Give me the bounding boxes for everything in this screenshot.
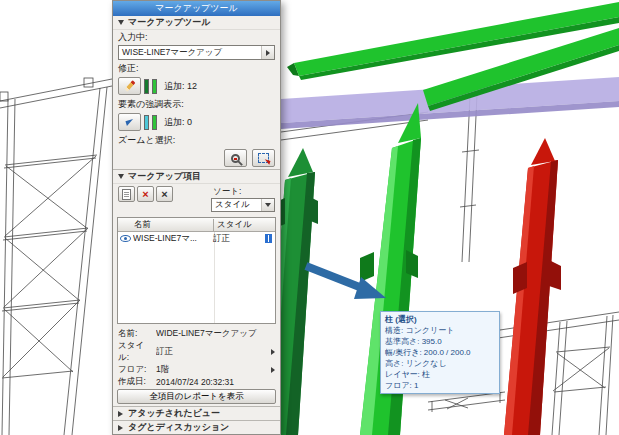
column-header-style[interactable]: スタイル [213, 219, 275, 231]
tooltip-line-base-height: 基準高さ: 395.0 [385, 336, 495, 347]
select-items-button[interactable] [252, 149, 275, 167]
collapse-icon [118, 20, 124, 25]
new-page-icon [122, 189, 131, 200]
delete-x-icon: × [142, 189, 148, 200]
list-item-style: 訂正 [213, 233, 273, 245]
tooltip-title: 柱 (選択) [385, 314, 495, 325]
cursor-icon [125, 118, 134, 125]
detail-created-value: 2014/07/24 20:32:31 [156, 377, 275, 387]
green-beam-top[interactable] [287, 2, 619, 80]
correction-dark-color-swatch[interactable] [144, 79, 149, 94]
markup-items-listbox: 名前 スタイル WISE-LINE7マ... 訂正 [117, 217, 276, 324]
tooltip-line-floor: フロア: 1 [385, 380, 495, 391]
highlight-label: 要素の強調表示: [113, 97, 280, 111]
chevron-right-icon [266, 50, 270, 56]
tooltip-line-layer: レイヤー: 柱 [385, 369, 495, 380]
detail-style-label: スタイル: [118, 340, 154, 364]
pen-icon [124, 80, 135, 92]
list-item-style-value: 訂正 [213, 233, 230, 245]
detail-floor-value[interactable]: 1階 [156, 364, 269, 376]
highlight-row: 追加: 0 [113, 111, 280, 133]
highlight-pick-button[interactable] [118, 113, 141, 131]
sort-dropdown-button[interactable] [261, 199, 274, 211]
tooltip-line-width-depth: 幅/奥行き: 200.0 / 200.0 [385, 347, 495, 358]
tooltip-line-structure: 構造: コンクリート [385, 325, 495, 336]
new-markup-item-button[interactable] [118, 186, 135, 202]
expand-icon [118, 411, 123, 417]
detail-row-floor: フロア: 1階 [118, 364, 275, 376]
palette-title: マークアップツール [155, 3, 237, 13]
highlight-count: 追加: 0 [164, 116, 192, 129]
section-markup-items[interactable]: マークアップ項目 [113, 169, 280, 184]
zoom-select-row [113, 147, 280, 169]
correction-color-swatch[interactable] [152, 79, 157, 94]
items-toolbar-buttons: × × [118, 186, 173, 215]
section-markup-tool[interactable]: マークアップツール [113, 16, 280, 30]
section-tags-discussion-label: タグとディスカッション [128, 421, 229, 434]
clear-markup-items-button[interactable]: × [156, 186, 173, 202]
active-markup-value: WISE-LINE7マークアップ [122, 47, 222, 59]
magnifier-icon [231, 154, 240, 163]
detail-name-value[interactable]: WIDE-LINE7マークアップ [156, 328, 275, 340]
chevron-down-icon [265, 203, 271, 207]
items-toolbar: × × ソート: スタイル [113, 184, 280, 216]
markup-tool-palette: マークアップツール マークアップツール 入力中: WISE-LINE7マークアッ… [112, 0, 281, 435]
item-details: 名前: WIDE-LINE7マークアップ スタイル: 訂正 フロア: 1階 作成… [113, 326, 280, 388]
marquee-select-icon [258, 153, 269, 163]
expand-icon [118, 425, 123, 431]
list-header: 名前 スタイル [118, 218, 275, 232]
detail-row-created: 作成日: 2014/07/24 20:32:31 [118, 376, 275, 388]
app-window: 柱 (選択) 構造: コンクリート 基準高さ: 395.0 幅/奥行き: 200… [0, 0, 619, 435]
style-flyout-icon[interactable] [271, 349, 275, 355]
tooltip-line-height: 高さ: リンクなし [385, 358, 495, 369]
section-attached-views-label: アタッチされたビュー [128, 407, 220, 420]
highlight-cyan-swatch[interactable] [144, 115, 149, 130]
sort-combo[interactable]: スタイル [211, 198, 275, 212]
combo-flyout-button[interactable] [261, 46, 274, 59]
active-markup-combo-row: WISE-LINE7マークアップ [113, 44, 280, 61]
detail-created-label: 作成日: [118, 376, 154, 388]
detail-row-style: スタイル: 訂正 [118, 340, 275, 364]
report-button-row: 全項目のレポートを表示 [113, 388, 280, 406]
floor-flyout-icon[interactable] [271, 367, 275, 373]
markup-items-list[interactable]: WISE-LINE7マ... 訂正 [118, 232, 275, 323]
element-info-tooltip: 柱 (選択) 構造: コンクリート 基準高さ: 395.0 幅/奥行き: 200… [380, 311, 500, 394]
red-column[interactable] [504, 138, 561, 435]
sort-control: ソート: スタイル [211, 186, 275, 215]
palette-titlebar[interactable]: マークアップツール [113, 1, 280, 16]
detail-row-name: 名前: WIDE-LINE7マークアップ [118, 328, 275, 340]
detail-style-value[interactable]: 訂正 [156, 346, 269, 358]
detail-floor-label: フロア: [118, 364, 154, 376]
section-tags-discussion[interactable]: タグとディスカッション [113, 420, 280, 434]
sort-label: ソート: [211, 186, 275, 198]
list-item[interactable]: WISE-LINE7マ... 訂正 [118, 232, 275, 245]
markup-status-icon [265, 234, 272, 243]
section-markup-tool-label: マークアップツール [128, 16, 210, 29]
sort-value: スタイル [215, 199, 250, 211]
collapse-icon [118, 174, 124, 179]
section-attached-views[interactable]: アタッチされたビュー [113, 406, 280, 420]
correction-label: 修正: [113, 61, 280, 75]
visibility-eye-icon[interactable] [120, 235, 131, 242]
highlight-green-swatch[interactable] [152, 115, 157, 130]
delete-markup-item-button[interactable]: × [137, 186, 154, 202]
zoom-select-label: ズームと選択: [113, 133, 280, 147]
section-markup-items-label: マークアップ項目 [128, 170, 201, 183]
active-markup-combo[interactable]: WISE-LINE7マークアップ [118, 45, 275, 60]
detail-name-label: 名前: [118, 328, 154, 340]
correction-row: 追加: 12 [113, 75, 280, 97]
list-item-name: WISE-LINE7マ... [133, 233, 211, 245]
input-label: 入力中: [113, 30, 280, 44]
correction-count: 追加: 12 [164, 80, 197, 93]
3d-viewport[interactable] [0, 0, 619, 435]
column-header-name[interactable]: 名前 [118, 219, 213, 231]
correction-pen-button[interactable] [118, 77, 141, 95]
show-report-button[interactable]: 全項目のレポートを表示 [117, 389, 276, 404]
zoom-to-items-button[interactable] [224, 149, 247, 167]
clear-x-icon: × [161, 189, 167, 200]
